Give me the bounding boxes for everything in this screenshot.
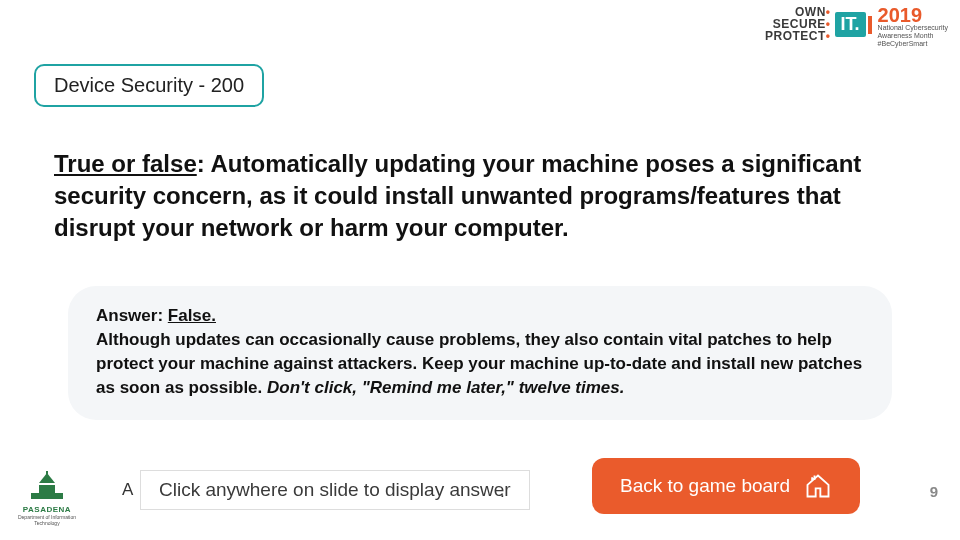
slide[interactable]: OWN• SECURE• PROTECT• IT. 2019 National … xyxy=(0,0,960,540)
question-prefix: True or false xyxy=(54,150,197,177)
svg-rect-2 xyxy=(46,471,48,475)
question-text: True or false: Automatically updating yo… xyxy=(54,148,906,244)
svg-rect-1 xyxy=(39,485,55,493)
capitol-icon xyxy=(27,471,67,501)
it-badge: IT. xyxy=(835,12,866,37)
year-sub3: #BeCyberSmart xyxy=(878,40,928,48)
answer-box: Answer: False. Although updates can occa… xyxy=(68,286,892,420)
logo-line3: PROTECT xyxy=(765,29,826,43)
pasadena-logo: PASADENA Department of Information Techn… xyxy=(14,471,80,526)
hint-text: Click anywhere on slide to display answe… xyxy=(159,479,511,500)
year-sub2: Awareness Month xyxy=(878,32,934,40)
hint-leading: A xyxy=(122,480,133,500)
category-pill: Device Security - 200 xyxy=(34,64,264,107)
answer-value: False. xyxy=(168,306,216,325)
answer-emphasis: Don't click, "Remind me later," twelve t… xyxy=(267,378,624,397)
back-label: Back to game board xyxy=(620,475,790,497)
back-to-board-button[interactable]: Back to game board xyxy=(592,458,860,514)
year: 2019 xyxy=(878,6,923,24)
page-number: 9 xyxy=(930,483,938,500)
svg-rect-0 xyxy=(31,493,63,499)
own-secure-protect: OWN• SECURE• PROTECT• IT. xyxy=(765,6,866,42)
year-block: 2019 National Cybersecurity Awareness Mo… xyxy=(878,6,948,48)
hint-trailing: . xyxy=(500,482,505,502)
category-label: Device Security - 200 xyxy=(54,74,244,96)
home-icon xyxy=(804,472,832,500)
pasadena-sub: Department of Information Technology xyxy=(14,514,80,526)
hint-box: Click anywhere on slide to display answe… xyxy=(140,470,530,510)
pasadena-name: PASADENA xyxy=(14,505,80,514)
event-logo: OWN• SECURE• PROTECT• IT. 2019 National … xyxy=(765,6,948,48)
answer-label: Answer: xyxy=(96,306,168,325)
year-sub1: National Cybersecurity xyxy=(878,24,948,32)
